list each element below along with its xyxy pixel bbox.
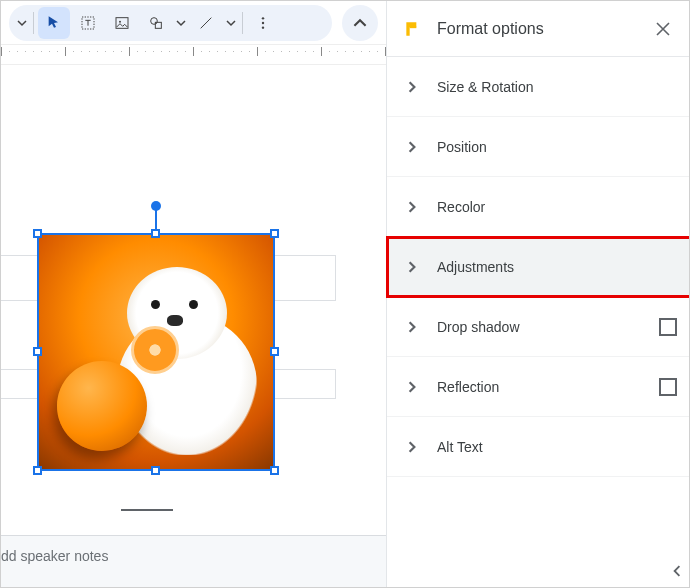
- svg-point-2: [119, 20, 121, 22]
- svg-point-7: [262, 26, 264, 28]
- chevron-right-icon: [401, 381, 423, 393]
- toggle-checkbox[interactable]: [659, 378, 677, 396]
- row-label: Position: [437, 139, 677, 155]
- close-panel-button[interactable]: [649, 15, 677, 43]
- format-row-adjustments[interactable]: Adjustments: [387, 237, 690, 297]
- svg-point-3: [151, 17, 158, 24]
- chevron-right-icon: [401, 321, 423, 333]
- format-row-size-rotation[interactable]: Size & Rotation: [387, 57, 690, 117]
- toggle-checkbox[interactable]: [659, 318, 677, 336]
- line-tool[interactable]: [190, 7, 222, 39]
- selected-image[interactable]: [37, 233, 275, 471]
- chevron-right-icon: [401, 201, 423, 213]
- rotation-handle[interactable]: [151, 201, 161, 211]
- format-row-position[interactable]: Position: [387, 117, 690, 177]
- chevron-right-icon: [401, 141, 423, 153]
- resize-handle-tl[interactable]: [33, 229, 42, 238]
- chevron-right-icon: [401, 441, 423, 453]
- shape-tool[interactable]: [140, 7, 172, 39]
- slide-canvas[interactable]: [1, 65, 386, 519]
- speaker-notes-placeholder: dd speaker notes: [1, 548, 108, 564]
- svg-point-5: [262, 17, 264, 19]
- editor-area: dd speaker notes: [1, 1, 386, 588]
- format-row-recolor[interactable]: Recolor: [387, 177, 690, 237]
- select-tool[interactable]: [38, 7, 70, 39]
- speaker-notes-input[interactable]: dd speaker notes: [1, 535, 386, 588]
- format-options-icon: [399, 15, 427, 43]
- textbox-tool[interactable]: [72, 7, 104, 39]
- shape-dropdown[interactable]: [174, 7, 188, 39]
- toolbar: [1, 1, 386, 45]
- row-label: Adjustments: [437, 259, 677, 275]
- horizontal-ruler: [1, 45, 386, 65]
- row-label: Size & Rotation: [437, 79, 677, 95]
- resize-handle-bl[interactable]: [33, 466, 42, 475]
- panel-title: Format options: [437, 20, 649, 38]
- row-label: Recolor: [437, 199, 677, 215]
- collapse-toolbar-button[interactable]: [342, 5, 378, 41]
- row-label: Drop shadow: [437, 319, 659, 335]
- line-dropdown[interactable]: [224, 7, 238, 39]
- rotation-stem: [155, 209, 157, 229]
- format-row-alt-text[interactable]: Alt Text: [387, 417, 690, 477]
- chevron-right-icon: [401, 261, 423, 273]
- format-options-panel: Format options Size & RotationPositionRe…: [386, 1, 690, 588]
- toolbar-pill: [9, 5, 332, 41]
- svg-rect-1: [116, 17, 128, 28]
- row-label: Alt Text: [437, 439, 677, 455]
- format-row-reflection[interactable]: Reflection: [387, 357, 690, 417]
- image-content: [39, 235, 273, 469]
- title-underline: [121, 509, 173, 511]
- resize-handle-tr[interactable]: [270, 229, 279, 238]
- resize-handle-l[interactable]: [33, 347, 42, 356]
- more-tools[interactable]: [247, 7, 279, 39]
- resize-handle-t[interactable]: [151, 229, 160, 238]
- image-tool[interactable]: [106, 7, 138, 39]
- resize-handle-br[interactable]: [270, 466, 279, 475]
- resize-handle-b[interactable]: [151, 466, 160, 475]
- format-row-drop-shadow[interactable]: Drop shadow: [387, 297, 690, 357]
- svg-point-6: [262, 21, 264, 23]
- row-label: Reflection: [437, 379, 659, 395]
- resize-handle-r[interactable]: [270, 347, 279, 356]
- toolbar-separator: [33, 12, 34, 34]
- toolbar-separator: [242, 12, 243, 34]
- side-rail-expand[interactable]: [667, 561, 687, 581]
- panel-header: Format options: [387, 1, 690, 57]
- undo-dropdown[interactable]: [15, 7, 29, 39]
- chevron-right-icon: [401, 81, 423, 93]
